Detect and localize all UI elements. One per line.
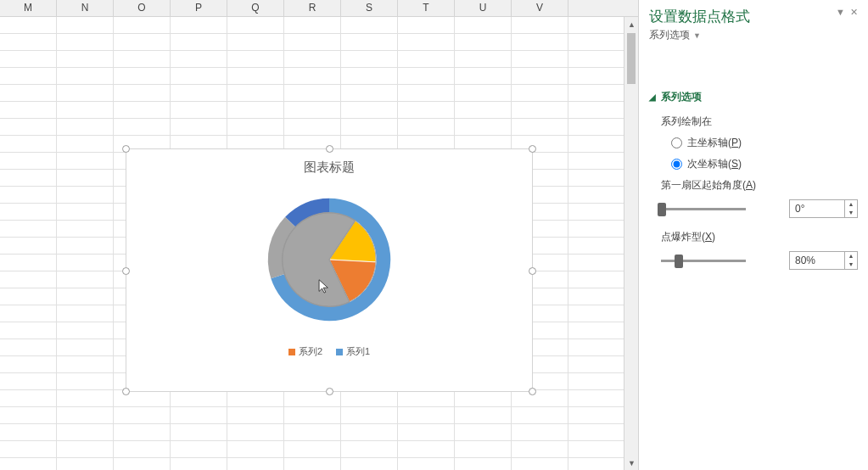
start-angle-input[interactable]: 0° ▲ ▼ bbox=[789, 199, 858, 218]
pane-dropdown-icon[interactable]: ▼ bbox=[836, 7, 845, 18]
explosion-slider[interactable] bbox=[661, 260, 746, 262]
spinner-up[interactable]: ▲ bbox=[845, 252, 857, 260]
start-angle-label: 第一扇区起始角度(A) bbox=[661, 175, 858, 196]
slider-thumb[interactable] bbox=[675, 255, 683, 268]
col-header[interactable]: U bbox=[455, 0, 512, 16]
resize-handle[interactable] bbox=[529, 267, 536, 275]
explosion-input[interactable]: 80% ▲ ▼ bbox=[789, 251, 858, 270]
chart-title[interactable]: 图表标题 bbox=[126, 149, 532, 179]
legend-item[interactable]: 系列1 bbox=[336, 345, 370, 358]
collapse-arrow-icon: ◢ bbox=[649, 92, 656, 102]
legend-swatch bbox=[336, 349, 343, 355]
resize-handle[interactable] bbox=[122, 267, 130, 275]
pane-close-icon[interactable]: ✕ bbox=[850, 7, 858, 18]
col-header[interactable]: V bbox=[512, 0, 568, 16]
chevron-down-icon: ▼ bbox=[693, 31, 701, 40]
chart-plot-area[interactable] bbox=[126, 179, 532, 340]
resize-handle[interactable] bbox=[326, 388, 333, 395]
section-toggle-series-options[interactable]: ◢ 系列选项 bbox=[649, 87, 858, 108]
chart-object[interactable]: 图表标题 bbox=[126, 148, 533, 392]
col-header[interactable]: T bbox=[398, 0, 455, 16]
spinner-down[interactable]: ▼ bbox=[845, 260, 857, 269]
column-headers: M N O P Q R S T U V bbox=[0, 0, 638, 17]
vertical-scrollbar[interactable]: ▲ ▼ bbox=[624, 17, 638, 470]
resize-handle[interactable] bbox=[326, 145, 333, 153]
col-header[interactable]: P bbox=[171, 0, 227, 16]
col-header[interactable]: Q bbox=[227, 0, 284, 16]
scroll-up-arrow[interactable]: ▲ bbox=[624, 17, 639, 31]
spinner-down[interactable]: ▼ bbox=[845, 209, 857, 217]
explosion-label: 点爆炸型(X) bbox=[661, 227, 858, 248]
chart-legend[interactable]: 系列2 系列1 bbox=[126, 340, 532, 358]
format-pane: 设置数据点格式 ▼ ✕ 系列选项 ▼ ◢ 系列选项 系列绘制在 主坐标轴(P) bbox=[639, 0, 868, 470]
radio-secondary-axis[interactable]: 次坐标轴(S) bbox=[671, 154, 858, 175]
legend-item[interactable]: 系列2 bbox=[288, 345, 322, 358]
plot-on-label: 系列绘制在 bbox=[661, 111, 858, 132]
radio-primary-axis[interactable]: 主坐标轴(P) bbox=[671, 132, 858, 154]
spinner-up[interactable]: ▲ bbox=[845, 200, 857, 209]
scroll-down-arrow[interactable]: ▼ bbox=[624, 456, 639, 470]
pane-subtitle-dropdown[interactable]: 系列选项 ▼ bbox=[649, 28, 858, 42]
slider-thumb[interactable] bbox=[658, 203, 666, 216]
col-header[interactable]: M bbox=[0, 0, 57, 16]
col-header[interactable]: O bbox=[114, 0, 171, 16]
col-header[interactable]: R bbox=[284, 0, 341, 16]
start-angle-slider[interactable] bbox=[661, 208, 746, 210]
scroll-thumb[interactable] bbox=[627, 33, 636, 84]
legend-swatch bbox=[288, 349, 295, 355]
resize-handle[interactable] bbox=[529, 388, 536, 395]
col-header[interactable]: S bbox=[341, 0, 398, 16]
pane-title: 设置数据点格式 bbox=[649, 7, 750, 26]
resize-handle[interactable] bbox=[122, 145, 130, 153]
resize-handle[interactable] bbox=[529, 145, 536, 153]
resize-handle[interactable] bbox=[122, 388, 130, 395]
legend-label: 系列1 bbox=[346, 345, 370, 358]
col-header[interactable]: N bbox=[57, 0, 114, 16]
spreadsheet-area: M N O P Q R S T U V document.write(Array… bbox=[0, 0, 639, 470]
legend-label: 系列2 bbox=[299, 345, 322, 358]
